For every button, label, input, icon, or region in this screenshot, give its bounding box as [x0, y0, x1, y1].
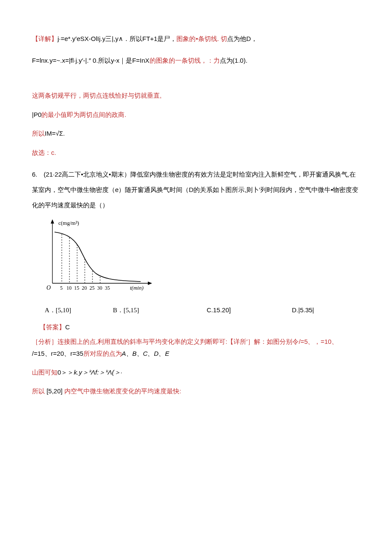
- chart-y-label: c(mg/m³): [58, 220, 79, 226]
- detail-text-2a: F=lnx.y=~.x=|fl·j.y′-|.″ 0.所以y-x｜是F=InX: [32, 57, 150, 64]
- parallel-tangent-line: 这两条切规平行，两切点连线恰好与切就垂直,: [32, 91, 360, 101]
- detail-paragraph-2: F=lnx.y=~.x=|fl·j.y′-|.″ 0.所以y-x｜是F=InX的…: [32, 56, 360, 66]
- option-c-text: C.15.20]: [207, 306, 231, 314]
- chart-tick-5: 5: [60, 285, 63, 291]
- chart-tick-30: 30: [97, 285, 102, 291]
- detail-text-1a: j·=e*.y′eSX-OlIj.y三|,y∧．所以FT+1是尸，: [58, 35, 176, 42]
- option-a: A．[5,10]: [45, 305, 113, 315]
- detail-text-1b: 图象的•条切线. 切: [176, 35, 227, 42]
- svg-marker-3: [148, 282, 152, 285]
- slope-line: 山图可知0＞＞k.y＞ᵏΛf:＞ᵏΛ(＞·: [32, 368, 360, 378]
- min-value-line: |P0的最小值即为两切点间的政商.: [32, 110, 360, 120]
- analysis-text-2a: /=15、r=20、r=35: [32, 350, 84, 357]
- chart-svg: c(mg/m³) 5 10 15 20 25 30 35 O t(min): [40, 217, 168, 296]
- min-value-red: 的最小值即为两切点间的政商.: [41, 111, 126, 118]
- options-row: A．[5,10] B．[5,15] C.15.20] D.|5.35|: [32, 305, 360, 315]
- slope-expr-i: k.y＞ᵏΛf:＞ᵏΛ(＞·: [74, 369, 122, 376]
- q6-number: 6.: [32, 171, 44, 178]
- concl-so: 所以: [32, 387, 45, 395]
- analysis-paragraph: ［分析］连接图上的点,利用直线的斜率与平均变化率的定义判断即可:【详所′］解：如…: [32, 336, 360, 360]
- chart-tick-20: 20: [82, 285, 87, 291]
- chart-x-label: t(min): [130, 285, 144, 291]
- analysis-text-1: ［分析］连接图上的点,利用直线的斜率与平均变化率的定义判断即可:【详所′］解：如…: [32, 338, 338, 345]
- option-d-text: D.|5.35|: [292, 306, 314, 314]
- detail-text-1c: 点为他D，: [227, 35, 257, 42]
- option-b-value: [5,15]: [124, 307, 139, 314]
- result-value: IM=√Σ.: [45, 130, 65, 137]
- detail-text-2c: 点为(1.0).: [220, 57, 248, 64]
- option-a-value: [5,10]: [56, 307, 71, 314]
- detail-text-2b: 的图象的一条切线，：力: [150, 57, 220, 64]
- so-label: 所以: [32, 130, 45, 137]
- chart-tick-35: 35: [105, 285, 110, 291]
- chart-figure: c(mg/m³) 5 10 15 20 25 30 35 O t(min): [40, 217, 360, 299]
- slope-expr: 0＞＞: [58, 369, 74, 376]
- answer-label: 【答案】: [40, 323, 65, 331]
- question-6: 6. (21·22高二下•北京地义•期末）降低室内微生物密度的有效方法是定时给室…: [32, 167, 360, 213]
- option-c: C.15.20]: [207, 305, 292, 315]
- svg-marker-1: [51, 219, 54, 224]
- option-b: B．[5,15]: [113, 305, 207, 315]
- detail-label: 【详解】: [32, 35, 58, 42]
- analysis-text-2b: 所对应的点为: [84, 350, 122, 357]
- answer-value: C: [65, 323, 70, 331]
- conclusion-line: 所以 [5,20] 内空气中微生物淞度变化的平均速度最快:: [32, 386, 360, 396]
- result-line: 所以IM=√Σ.: [32, 129, 360, 139]
- option-d: D.|5.35|: [292, 305, 314, 315]
- concl-interval: [5,20]: [45, 387, 64, 395]
- choice-line: 故选：c.: [32, 148, 360, 158]
- answer-line: 【答案】C: [40, 323, 360, 332]
- chart-origin-label: O: [46, 285, 51, 291]
- slope-prefix: 山图可知: [32, 369, 58, 376]
- concl-text: 内空气中微生物淞度变化的平均速度最快:: [64, 387, 181, 395]
- p0-text: |P0: [32, 111, 41, 118]
- analysis-text-2c: A、B、C、D、E: [122, 350, 170, 357]
- option-b-label: B．: [113, 307, 124, 314]
- chart-tick-15: 15: [74, 285, 79, 291]
- q6-source: (21·22高二下•北京地义•期末）: [44, 171, 130, 178]
- detail-paragraph-1: 【详解】j·=e*.y′eSX-OlIj.y三|,y∧．所以FT+1是尸，图象的…: [32, 34, 360, 44]
- option-a-label: A．: [45, 307, 56, 314]
- chart-tick-25: 25: [89, 285, 95, 291]
- chart-tick-10: 10: [66, 285, 72, 291]
